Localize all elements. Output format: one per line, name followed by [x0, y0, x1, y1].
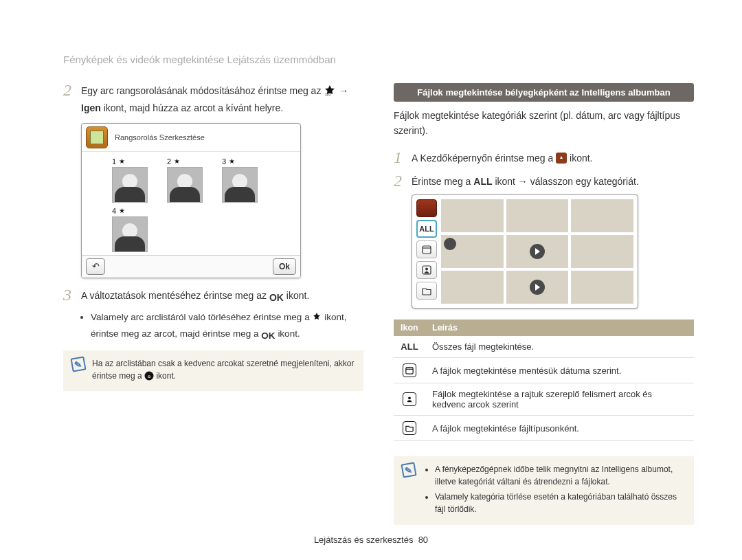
svg-text:✪: ✪ [148, 374, 150, 379]
sound-badge-icon [444, 238, 456, 250]
album-thumb[interactable] [571, 199, 633, 232]
bullet-text: Valamely arc arclistáról való törléséhez… [91, 312, 312, 322]
device-title: Rangsorolás Szerkesztése [115, 133, 205, 142]
album-thumb[interactable] [506, 199, 569, 232]
face-rank-num: 4 [112, 207, 116, 215]
step3-text-a: A változtatások mentéséhez érintse meg a… [81, 290, 269, 301]
left-step-3: 3 A változtatások mentéséhez érintse meg… [63, 288, 363, 305]
table-row: A fájlok megtekintése fájltípusonként. [394, 416, 694, 441]
step2-text-e: ikont, majd húzza az arcot a kívánt hely… [104, 102, 283, 113]
right-step-1: 1 A Kezdőképernyőn érintse meg a ikont. [394, 150, 694, 168]
trash-star-icon [312, 313, 322, 327]
step-number: 1 [394, 149, 412, 166]
star-icon: ★ [229, 157, 235, 165]
play-icon [530, 280, 545, 295]
svg-rect-5 [423, 246, 431, 254]
back-button[interactable]: ↶ [86, 258, 105, 275]
star-icon: ★ [174, 157, 180, 165]
step-number: 2 [63, 82, 81, 98]
all-text-icon: ALL [401, 341, 418, 352]
face-thumb [112, 167, 148, 203]
table-header-icon: Ikon [394, 320, 425, 336]
step1-text-c: ikont. [570, 153, 592, 164]
face-rank-num: 1 [112, 157, 116, 166]
face-cell-3[interactable]: 3★ [222, 157, 270, 203]
album-thumb[interactable] [506, 271, 569, 304]
ok-glyph-icon: OK [261, 329, 275, 344]
note-text-a: Ha az arclistában csak a kedvenc arcokat… [92, 359, 355, 381]
row-desc: A fájlok megtekintése mentésük dátuma sz… [425, 358, 694, 383]
folder-icon [422, 286, 431, 295]
svg-point-11 [408, 397, 411, 400]
face-rank-num: 3 [222, 157, 226, 166]
star-icon: ★ [119, 207, 125, 214]
face-thumb [112, 216, 148, 252]
app-tile-icon [86, 126, 108, 148]
row-desc: A fájlok megtekintése fájltípusonként. [425, 416, 694, 441]
smart-album-card: ALL [412, 194, 638, 309]
folder-icon [403, 421, 416, 435]
album-thumb[interactable] [441, 271, 504, 304]
step2r-bold: ALL [473, 176, 492, 187]
album-thumb[interactable] [571, 271, 633, 304]
step2r-text: Érintse meg a [412, 176, 473, 187]
row-desc: Összes fájl megtekintése. [425, 336, 694, 358]
ok-button[interactable]: Ok [273, 258, 296, 275]
breadcrumb: Fényképek és videók megtekintése Lejátsz… [63, 54, 694, 65]
face-icon [422, 265, 431, 275]
filter-face-button[interactable] [416, 261, 437, 279]
face-thumb [222, 167, 258, 203]
filter-all-button[interactable]: ALL [416, 220, 437, 238]
left-step-2: 2 Egy arc rangsorolásának módosításához … [63, 83, 363, 116]
note-box-left: ✎ Ha az arclistában csak a kedvenc arcok… [63, 350, 363, 391]
album-thumb[interactable] [441, 199, 504, 232]
table-row: Fájlok megtekintése a rajtuk szereplő fe… [394, 383, 694, 416]
note-icon: ✎ [70, 356, 86, 372]
footer-label: Lejátszás és szerkesztés [314, 535, 414, 545]
album-thumb[interactable] [441, 235, 504, 268]
step2-arrow: → [339, 85, 348, 96]
footer-page: 80 [418, 535, 428, 545]
note-text-c: ikont. [156, 371, 176, 381]
note-icon: ✎ [401, 462, 416, 478]
right-column: Fájlok megtekintése bélyegképként az Int… [394, 83, 694, 525]
album-thumb[interactable] [506, 235, 569, 268]
play-icon [530, 244, 545, 259]
table-row: A fájlok megtekintése mentésük dátuma sz… [394, 358, 694, 383]
ok-glyph-icon: OK [269, 290, 284, 305]
filter-type-button[interactable] [416, 282, 437, 300]
star-123-icon: 123 [324, 85, 336, 100]
bullet-text: ikont. [278, 328, 300, 339]
step2-bold: Igen [81, 102, 101, 113]
left-column: 2 Egy arc rangsorolásának módosításához … [63, 83, 363, 525]
star-icon: ★ [119, 157, 125, 165]
intro-text: Fájlok megtekintése kategóriák szerint (… [394, 109, 694, 138]
filter-date-button[interactable] [416, 240, 437, 258]
face-cell-1[interactable]: 1★ [112, 157, 160, 203]
date-icon [422, 245, 431, 254]
ranking-editor-card: Rangsorolás Szerkesztése 1★ 2★ 3★ [81, 123, 301, 278]
note-item: Valamely kategória törlése esetén a kate… [435, 491, 686, 515]
face-icon [403, 392, 416, 406]
note-item: A fényképezőgépnek időbe telik megnyitni… [435, 463, 686, 488]
album-red-tile[interactable] [416, 199, 437, 217]
favorites-filter-icon: ✪ [144, 371, 154, 384]
step3-text-c: ikont. [286, 290, 309, 301]
face-cell-4[interactable]: 4★ [112, 207, 160, 252]
note-box-right: ✎ A fényképezőgépnek időbe telik megnyit… [394, 456, 694, 525]
row-desc: Fájlok megtekintése a rajtuk szereplő fe… [425, 383, 694, 416]
face-cell-2[interactable]: 2★ [167, 157, 215, 203]
face-rank-num: 2 [167, 157, 171, 166]
left-sublist: Valamely arc arclistáról való törléséhez… [63, 311, 363, 344]
list-item: Valamely arc arclistáról való törléséhez… [91, 311, 363, 344]
step2r-text-c: ikont → válasszon egy kategóriát. [495, 176, 638, 187]
table-row: ALL Összes fájl megtekintése. [394, 336, 694, 358]
album-thumb[interactable] [571, 235, 633, 268]
step-number: 2 [394, 172, 412, 189]
svg-rect-9 [406, 368, 413, 374]
svg-text:123: 123 [325, 92, 331, 96]
step1-text: A Kezdőképernyőn érintse meg a [412, 153, 556, 164]
svg-point-8 [425, 268, 428, 271]
step2-text-a: Egy arc rangsorolásának módosításához ér… [81, 85, 321, 96]
page-footer: Lejátszás és szerkesztés 80 [0, 535, 742, 545]
